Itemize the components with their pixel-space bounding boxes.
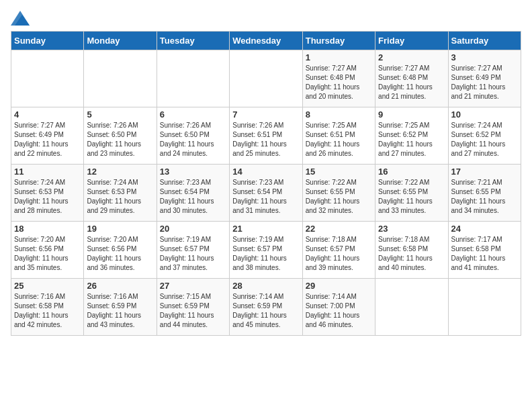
calendar-cell: 29Sunrise: 7:14 AMSunset: 7:00 PMDayligh…: [302, 279, 375, 336]
calendar-cell: [157, 50, 229, 107]
day-info: Sunrise: 7:16 AMSunset: 6:59 PMDaylight:…: [87, 292, 153, 330]
calendar-cell: 15Sunrise: 7:22 AMSunset: 6:55 PMDayligh…: [302, 165, 375, 222]
calendar-table: SundayMondayTuesdayWednesdayThursdayFrid…: [11, 31, 521, 336]
day-number: 8: [306, 109, 372, 120]
header-sunday: Sunday: [11, 32, 84, 50]
day-number: 17: [451, 167, 518, 177]
day-info: Sunrise: 7:27 AMSunset: 6:49 PMDaylight:…: [14, 121, 81, 158]
day-info: Sunrise: 7:14 AMSunset: 6:59 PMDaylight:…: [232, 292, 299, 330]
day-info: Sunrise: 7:15 AMSunset: 6:59 PMDaylight:…: [160, 292, 226, 330]
day-number: 9: [378, 109, 445, 120]
day-number: 18: [14, 224, 81, 234]
calendar-cell: 2Sunrise: 7:27 AMSunset: 6:48 PMDaylight…: [375, 50, 448, 107]
calendar-cell: 26Sunrise: 7:16 AMSunset: 6:59 PMDayligh…: [84, 279, 157, 336]
day-info: Sunrise: 7:27 AMSunset: 6:48 PMDaylight:…: [378, 64, 445, 101]
day-info: Sunrise: 7:20 AMSunset: 6:56 PMDaylight:…: [87, 235, 153, 273]
day-info: Sunrise: 7:23 AMSunset: 6:54 PMDaylight:…: [160, 178, 226, 216]
calendar-cell: 5Sunrise: 7:26 AMSunset: 6:50 PMDaylight…: [84, 107, 157, 165]
day-info: Sunrise: 7:24 AMSunset: 6:53 PMDaylight:…: [87, 178, 153, 216]
calendar-cell: [448, 279, 521, 336]
calendar-cell: 13Sunrise: 7:23 AMSunset: 6:54 PMDayligh…: [157, 165, 229, 222]
calendar-cell: 8Sunrise: 7:25 AMSunset: 6:51 PMDaylight…: [302, 107, 375, 165]
day-info: Sunrise: 7:16 AMSunset: 6:58 PMDaylight:…: [14, 292, 81, 330]
day-number: 10: [451, 109, 518, 120]
calendar-cell: 4Sunrise: 7:27 AMSunset: 6:49 PMDaylight…: [11, 107, 84, 165]
day-number: 21: [232, 224, 299, 234]
day-number: 13: [160, 167, 226, 177]
calendar-cell: 27Sunrise: 7:15 AMSunset: 6:59 PMDayligh…: [157, 279, 229, 336]
calendar-cell: 18Sunrise: 7:20 AMSunset: 6:56 PMDayligh…: [11, 222, 84, 279]
calendar-week-2: 4Sunrise: 7:27 AMSunset: 6:49 PMDaylight…: [11, 107, 521, 165]
day-info: Sunrise: 7:23 AMSunset: 6:54 PMDaylight:…: [232, 178, 299, 216]
calendar-cell: 22Sunrise: 7:18 AMSunset: 6:57 PMDayligh…: [302, 222, 375, 279]
day-number: 22: [306, 224, 372, 234]
calendar-cell: 24Sunrise: 7:17 AMSunset: 6:58 PMDayligh…: [448, 222, 521, 279]
calendar-cell: 23Sunrise: 7:18 AMSunset: 6:58 PMDayligh…: [375, 222, 448, 279]
day-number: 7: [232, 109, 299, 120]
day-number: 24: [451, 224, 518, 234]
day-number: 20: [160, 224, 226, 234]
logo: [11, 11, 32, 26]
day-number: 1: [306, 52, 372, 62]
day-info: Sunrise: 7:24 AMSunset: 6:52 PMDaylight:…: [451, 121, 518, 158]
calendar-cell: [11, 50, 84, 107]
calendar-week-5: 25Sunrise: 7:16 AMSunset: 6:58 PMDayligh…: [11, 279, 521, 336]
day-info: Sunrise: 7:26 AMSunset: 6:50 PMDaylight:…: [160, 121, 226, 158]
day-info: Sunrise: 7:26 AMSunset: 6:51 PMDaylight:…: [232, 121, 299, 158]
calendar-cell: 1Sunrise: 7:27 AMSunset: 6:48 PMDaylight…: [302, 50, 375, 107]
day-number: 28: [232, 281, 299, 291]
header-saturday: Saturday: [448, 32, 521, 50]
day-number: 11: [14, 167, 81, 177]
day-info: Sunrise: 7:22 AMSunset: 6:55 PMDaylight:…: [306, 178, 372, 216]
day-info: Sunrise: 7:25 AMSunset: 6:51 PMDaylight:…: [306, 121, 372, 158]
day-info: Sunrise: 7:20 AMSunset: 6:56 PMDaylight:…: [14, 235, 81, 273]
day-info: Sunrise: 7:18 AMSunset: 6:57 PMDaylight:…: [306, 235, 372, 273]
calendar-cell: [230, 50, 302, 107]
day-number: 6: [160, 109, 226, 120]
day-number: 2: [378, 52, 445, 62]
calendar-cell: [84, 50, 157, 107]
calendar-cell: 6Sunrise: 7:26 AMSunset: 6:50 PMDaylight…: [157, 107, 229, 165]
day-info: Sunrise: 7:22 AMSunset: 6:55 PMDaylight:…: [378, 178, 445, 216]
day-number: 29: [306, 281, 372, 291]
day-number: 14: [232, 167, 299, 177]
day-info: Sunrise: 7:17 AMSunset: 6:58 PMDaylight:…: [451, 235, 518, 273]
calendar-cell: 3Sunrise: 7:27 AMSunset: 6:49 PMDaylight…: [448, 50, 521, 107]
calendar-week-1: 1Sunrise: 7:27 AMSunset: 6:48 PMDaylight…: [11, 50, 521, 107]
logo-icon: [11, 11, 30, 26]
calendar-week-4: 18Sunrise: 7:20 AMSunset: 6:56 PMDayligh…: [11, 222, 521, 279]
day-number: 27: [160, 281, 226, 291]
calendar-cell: 16Sunrise: 7:22 AMSunset: 6:55 PMDayligh…: [375, 165, 448, 222]
calendar-cell: 19Sunrise: 7:20 AMSunset: 6:56 PMDayligh…: [84, 222, 157, 279]
calendar-cell: 9Sunrise: 7:25 AMSunset: 6:52 PMDaylight…: [375, 107, 448, 165]
day-info: Sunrise: 7:19 AMSunset: 6:57 PMDaylight:…: [232, 235, 299, 273]
calendar-cell: 7Sunrise: 7:26 AMSunset: 6:51 PMDaylight…: [230, 107, 302, 165]
day-number: 12: [87, 167, 153, 177]
day-number: 5: [87, 109, 153, 120]
header-monday: Monday: [84, 32, 157, 50]
day-info: Sunrise: 7:24 AMSunset: 6:53 PMDaylight:…: [14, 178, 81, 216]
calendar-cell: 12Sunrise: 7:24 AMSunset: 6:53 PMDayligh…: [84, 165, 157, 222]
day-info: Sunrise: 7:19 AMSunset: 6:57 PMDaylight:…: [160, 235, 226, 273]
header-wednesday: Wednesday: [230, 32, 302, 50]
day-number: 19: [87, 224, 153, 234]
calendar-cell: 21Sunrise: 7:19 AMSunset: 6:57 PMDayligh…: [230, 222, 302, 279]
day-info: Sunrise: 7:27 AMSunset: 6:49 PMDaylight:…: [451, 64, 518, 101]
calendar-cell: 25Sunrise: 7:16 AMSunset: 6:58 PMDayligh…: [11, 279, 84, 336]
day-number: 15: [306, 167, 372, 177]
day-info: Sunrise: 7:25 AMSunset: 6:52 PMDaylight:…: [378, 121, 445, 158]
calendar-cell: 11Sunrise: 7:24 AMSunset: 6:53 PMDayligh…: [11, 165, 84, 222]
day-info: Sunrise: 7:27 AMSunset: 6:48 PMDaylight:…: [306, 64, 372, 101]
calendar-cell: 28Sunrise: 7:14 AMSunset: 6:59 PMDayligh…: [230, 279, 302, 336]
calendar-cell: 20Sunrise: 7:19 AMSunset: 6:57 PMDayligh…: [157, 222, 229, 279]
day-info: Sunrise: 7:21 AMSunset: 6:55 PMDaylight:…: [451, 178, 518, 216]
calendar-cell: 17Sunrise: 7:21 AMSunset: 6:55 PMDayligh…: [448, 165, 521, 222]
header-friday: Friday: [375, 32, 448, 50]
day-info: Sunrise: 7:18 AMSunset: 6:58 PMDaylight:…: [378, 235, 445, 273]
calendar-cell: 10Sunrise: 7:24 AMSunset: 6:52 PMDayligh…: [448, 107, 521, 165]
day-number: 3: [451, 52, 518, 62]
day-number: 25: [14, 281, 81, 291]
day-info: Sunrise: 7:14 AMSunset: 7:00 PMDaylight:…: [306, 292, 372, 330]
day-number: 16: [378, 167, 445, 177]
day-number: 23: [378, 224, 445, 234]
